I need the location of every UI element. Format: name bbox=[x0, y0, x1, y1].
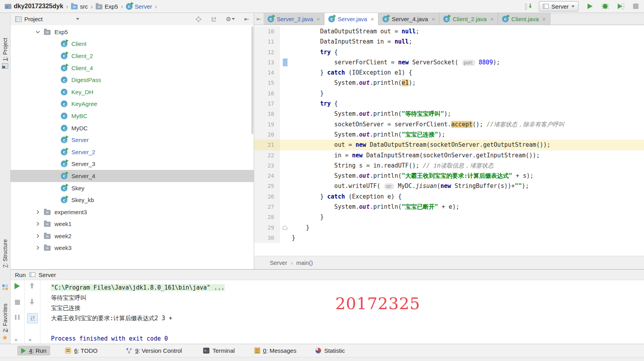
tree-item-Client_2[interactable]: cClient_2 bbox=[11, 50, 254, 62]
tree-item-week2[interactable]: week2 bbox=[11, 230, 254, 242]
run-panel-body: » » "C:\Program Files\Java\jdk1.8.0_161\… bbox=[11, 280, 644, 344]
gutter-strip bbox=[280, 36, 292, 47]
line-number: 21 bbox=[254, 140, 280, 150]
chevron-collapsed-icon[interactable] bbox=[36, 210, 40, 214]
tree-item-label: Server_3 bbox=[71, 160, 95, 167]
locate-file-icon[interactable] bbox=[195, 16, 202, 22]
class-icon: c bbox=[61, 173, 67, 179]
fold-marker-icon[interactable] bbox=[282, 225, 287, 230]
tree-item-Server[interactable]: cServer bbox=[11, 134, 254, 146]
console-blank-line bbox=[51, 323, 644, 334]
tree-item-DigestPass[interactable]: cDigestPass bbox=[11, 74, 254, 86]
messages-icon bbox=[255, 348, 260, 354]
tab-Server.java[interactable]: cServer.java× bbox=[324, 13, 378, 25]
line-number: 14 bbox=[254, 67, 280, 78]
tab-label: Server_2.java bbox=[277, 16, 313, 22]
chevron-expanded-icon[interactable] bbox=[36, 30, 40, 34]
close-tab-icon[interactable]: × bbox=[431, 16, 435, 22]
tree-item-label: Skey bbox=[71, 185, 84, 191]
breadcrumb-class[interactable]: Server bbox=[270, 259, 287, 266]
run-overlay-icon bbox=[66, 64, 69, 67]
stop-process-button[interactable] bbox=[15, 300, 20, 305]
statusbar-item-statistic[interactable]: Statistic bbox=[311, 346, 349, 356]
tree-item-experiment3[interactable]: experiment3 bbox=[11, 206, 254, 218]
breadcrumb-item-Server[interactable]: cServer bbox=[126, 3, 152, 10]
statusbar-item-todo[interactable]: 6: TODO bbox=[61, 346, 101, 356]
pause-output-button[interactable] bbox=[15, 315, 20, 320]
tree-item-week3[interactable]: week3 bbox=[11, 242, 254, 254]
line-number: 25 bbox=[254, 181, 280, 191]
gear-icon[interactable]: ⚙ bbox=[226, 16, 235, 23]
breadcrumb-item-src[interactable]: src bbox=[71, 3, 88, 10]
main-toolbar: dky20172325dyk›src›Exp5›cServer› 01 10 0… bbox=[0, 0, 644, 13]
line-number: 27 bbox=[254, 202, 280, 212]
more-actions-icon[interactable]: » bbox=[15, 337, 17, 343]
hide-tabs-icon[interactable]: ⇤ bbox=[254, 13, 264, 25]
class-icon: c bbox=[502, 16, 509, 22]
todo-icon bbox=[65, 348, 71, 354]
more-actions-icon[interactable]: » bbox=[29, 337, 31, 343]
tree-item-Skey_kb[interactable]: cSkey_kb bbox=[11, 194, 254, 206]
line-number: 23 bbox=[254, 160, 280, 171]
tab-Client.java[interactable]: cClient.java× bbox=[498, 13, 550, 25]
tab-Server_2.java[interactable]: cServer_2.java× bbox=[264, 13, 324, 25]
project-scrollbar[interactable] bbox=[251, 26, 253, 134]
tree-item-Exp5[interactable]: Exp5 bbox=[11, 26, 254, 38]
tree-item-Client_4[interactable]: cClient_4 bbox=[11, 62, 254, 74]
statusbar-item-messages[interactable]: 0: Messages bbox=[251, 346, 300, 356]
down-stack-trace-icon[interactable] bbox=[29, 299, 35, 306]
scroll-to-end-button[interactable] bbox=[27, 313, 38, 323]
chevron-collapsed-icon[interactable] bbox=[36, 222, 40, 226]
coverage-button[interactable] bbox=[617, 3, 625, 10]
structure-tool-icon[interactable] bbox=[2, 284, 8, 292]
breadcrumb-method[interactable]: main() bbox=[296, 259, 313, 266]
tab-Server_4.java[interactable]: cServer_4.java× bbox=[378, 13, 439, 25]
close-tab-icon[interactable]: × bbox=[371, 16, 374, 22]
tree-item-Server_2[interactable]: cServer_2 bbox=[11, 146, 254, 158]
statusbar-item-terminal[interactable]: >_Terminal bbox=[199, 346, 239, 356]
update-project-icon[interactable]: 01 10 01 bbox=[525, 3, 533, 10]
tree-item-Skey[interactable]: cSkey bbox=[11, 182, 254, 194]
debug-button[interactable] bbox=[601, 3, 609, 10]
breadcrumb-item-Exp5[interactable]: Exp5 bbox=[96, 3, 118, 10]
tree-item-KeyAgree[interactable]: cKeyAgree bbox=[11, 98, 254, 110]
project-tool-icon[interactable] bbox=[2, 63, 8, 70]
chevron-right-icon: › bbox=[121, 3, 123, 10]
close-tab-icon[interactable]: × bbox=[542, 16, 546, 22]
tree-item-Key_DH[interactable]: cKey_DH bbox=[11, 86, 254, 98]
run-config-select[interactable]: Server bbox=[539, 1, 579, 11]
rerun-button[interactable] bbox=[15, 283, 20, 289]
run-icon bbox=[21, 348, 26, 354]
code-editor[interactable]: 10 DataOutputStream out = null;11 DataIn… bbox=[254, 25, 644, 256]
favorites-star-icon[interactable]: ★ bbox=[2, 334, 8, 342]
run-button[interactable] bbox=[586, 3, 593, 10]
run-session-label[interactable]: Server bbox=[39, 272, 56, 278]
run-overlay-icon bbox=[66, 135, 69, 139]
stop-button[interactable] bbox=[633, 4, 639, 9]
tree-item-week1[interactable]: week1 bbox=[11, 218, 254, 230]
close-tab-icon[interactable]: × bbox=[317, 16, 320, 22]
tree-item-MyBC[interactable]: cMyBC bbox=[11, 110, 254, 122]
project-panel: Project ⚙ ⇤ Exp5cClientcClient_2cClient_… bbox=[11, 13, 254, 269]
tree-item-Server_3[interactable]: cServer_3 bbox=[11, 158, 254, 170]
gutter-strip bbox=[280, 150, 292, 160]
close-tab-icon[interactable]: × bbox=[490, 16, 494, 22]
collapse-all-icon[interactable] bbox=[211, 16, 217, 22]
tree-item-label: Server_4 bbox=[71, 173, 95, 179]
hide-panel-icon[interactable]: ⇤ bbox=[244, 16, 249, 23]
tree-item-Server_4[interactable]: cServer_4 bbox=[11, 170, 254, 182]
tree-item-label: Client bbox=[71, 40, 86, 47]
statusbar-item-run[interactable]: 4: Run bbox=[17, 346, 50, 356]
breadcrumb-item-dky20172325dyk[interactable]: dky20172325dyk bbox=[5, 3, 63, 10]
chevron-collapsed-icon[interactable] bbox=[36, 234, 40, 238]
code-line-16: 16 } bbox=[254, 88, 644, 98]
tree-item-label: week3 bbox=[55, 244, 71, 251]
tree-item-Client[interactable]: cClient bbox=[11, 38, 254, 50]
tree-item-MyDC[interactable]: cMyDC bbox=[11, 122, 254, 134]
tab-Client_2.java[interactable]: cClient_2.java× bbox=[439, 13, 498, 25]
chevron-collapsed-icon[interactable] bbox=[36, 246, 40, 250]
chevron-down-icon[interactable] bbox=[76, 18, 79, 20]
statusbar-item-version-control[interactable]: 9: Version Control bbox=[122, 346, 186, 356]
up-stack-trace-icon[interactable] bbox=[29, 282, 35, 290]
code-line-23: 23 String s = in.readUTF(); // in读取信息，堵塞… bbox=[254, 160, 644, 171]
